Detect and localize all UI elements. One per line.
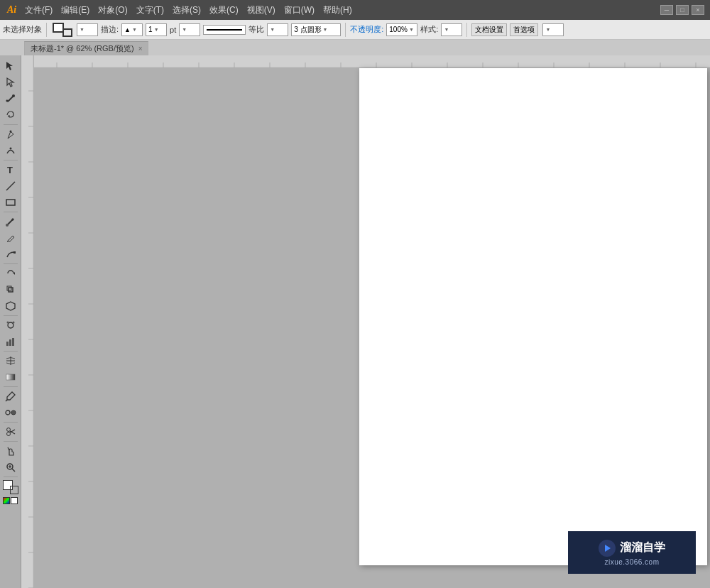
extra-dropdown[interactable] [542,23,564,36]
tool-separator-8 [4,422,18,423]
menu-window[interactable]: 窗口(W) [280,0,319,20]
curvature-tool-button[interactable] [2,143,19,158]
svg-line-33 [12,469,15,472]
prefs-button[interactable]: 首选项 [510,23,538,36]
minimize-button[interactable]: ─ [660,5,673,15]
paintbrush-button[interactable] [2,214,19,229]
svg-marker-72 [605,545,611,552]
scissors-button[interactable] [2,424,19,440]
svg-point-16 [6,322,9,324]
menu-type[interactable]: 文字(T) [132,0,168,20]
svg-point-2 [12,94,15,97]
gradient-tool-button[interactable] [2,369,19,385]
svg-line-1 [6,100,8,102]
menu-view[interactable]: 视图(V) [243,0,280,20]
menu-edit[interactable]: 编辑(E) [57,0,94,20]
svg-rect-9 [13,251,16,254]
opacity-input[interactable]: 100% [386,23,417,36]
svg-rect-7 [6,200,15,205]
rotate-button[interactable] [2,266,19,281]
free-transform-button[interactable] [2,298,19,314]
svg-line-6 [6,182,15,190]
vertical-ruler [21,55,34,588]
tool-separator-6 [4,351,18,352]
svg-line-23 [6,400,7,401]
close-button[interactable]: × [692,5,704,15]
stroke-width-up[interactable]: ▲ [121,23,143,36]
watermark-logo-area: 溜溜自学 [599,540,665,557]
stroke-color-box[interactable] [10,486,18,494]
menu-file[interactable]: 文件(F) [21,0,57,20]
menu-effect[interactable]: 效果(C) [205,0,243,20]
pencil-button[interactable] [2,230,19,246]
stroke-rect [62,28,72,37]
graph-tool-button[interactable] [2,334,19,349]
color-boxes[interactable] [3,480,18,494]
tool-separator-7 [4,386,18,387]
color-mode-icons [3,497,18,504]
svg-point-25 [11,410,16,415]
svg-point-8 [6,224,9,227]
separator-3 [466,23,467,37]
none-color-icon[interactable] [11,497,18,504]
maximize-button[interactable]: □ [676,5,689,15]
fill-dropdown[interactable] [77,23,98,36]
svg-point-24 [6,410,10,415]
pen-tool-button[interactable] [2,126,19,142]
direct-selection-button[interactable] [2,75,19,90]
title-bar: Ai 文件(F) 编辑(E) 对象(O) 文字(T) 选择(S) 效果(C) 视… [0,0,710,20]
smooth-tool-button[interactable] [2,246,19,262]
document-tab[interactable]: 未标题-1* @ 62% (RGB/预览) × [24,41,148,55]
tool-separator-2 [4,160,18,160]
doc-setup-button[interactable]: 文档设置 [471,23,507,36]
menu-help[interactable]: 帮助(H) [319,0,356,20]
magic-wand-button[interactable] [2,91,19,107]
ratio-label: 等比 [248,24,264,35]
color-mode-icon[interactable] [3,497,10,504]
symbol-tool-button[interactable] [2,317,19,333]
fill-stroke-icon[interactable] [53,23,72,37]
shape-dropdown[interactable]: 3 点圆形 [291,23,341,36]
svg-point-4 [9,148,11,150]
stroke-width-input[interactable]: 1 [146,23,167,36]
stroke-line [207,29,242,31]
svg-rect-19 [12,338,14,346]
svg-point-27 [6,432,10,436]
type-tool-button[interactable]: T [2,162,19,178]
hand-tool-button[interactable] [2,443,19,459]
lasso-button[interactable] [2,107,19,123]
title-bar-controls: ─ □ × [660,5,704,15]
selection-tool-button[interactable] [2,58,19,74]
line-tool-button[interactable] [2,178,19,194]
tool-separator-1 [4,124,18,125]
scale-button[interactable] [2,282,19,298]
menu-select[interactable]: 选择(S) [168,0,205,20]
tool-separator-10 [4,477,18,477]
toolbar: T [0,55,21,588]
rectangle-tool-button[interactable] [2,195,19,210]
tool-separator-4 [4,263,18,264]
eyedropper-button[interactable] [2,388,19,404]
stroke-unit-dropdown[interactable] [179,23,200,36]
tool-separator-9 [4,441,18,442]
tab-close-button[interactable]: × [138,45,143,53]
stroke-line-preview[interactable] [203,25,246,35]
ratio-dropdown[interactable] [267,23,288,36]
style-dropdown[interactable] [441,23,462,36]
watermark-text: 溜溜自学 [620,540,665,555]
tab-title: 未标题-1* @ 62% (RGB/预览) [31,43,134,54]
zoom-tool-button[interactable] [2,459,19,475]
separator-1 [46,23,47,37]
stroke-label: 描边: [101,24,119,35]
no-selection-label: 未选择对象 [3,24,42,35]
svg-point-3 [9,131,11,133]
horizontal-ruler [21,55,710,68]
menu-object[interactable]: 对象(O) [94,0,131,20]
stroke-unit: pt [170,26,176,34]
watermark-logo-icon [599,540,616,557]
style-label: 样式: [420,24,438,35]
blend-tool-button[interactable] [2,405,19,420]
svg-marker-13 [6,302,15,310]
tool-separator-3 [4,212,18,212]
mesh-tool-button[interactable] [2,353,19,369]
